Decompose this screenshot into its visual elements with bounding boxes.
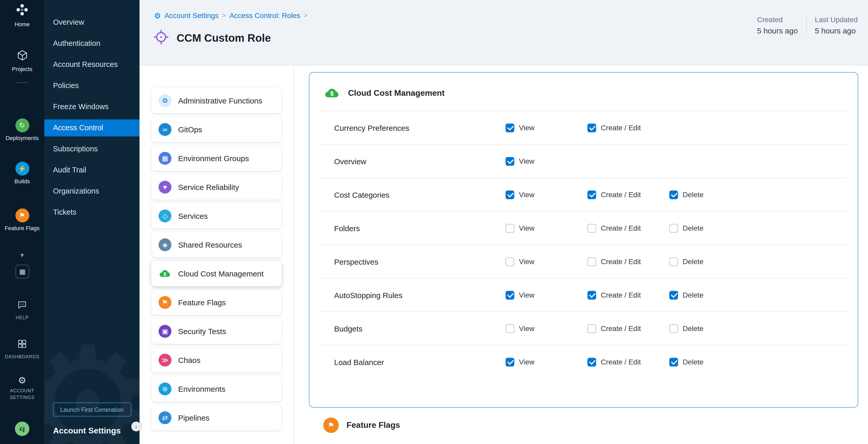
settings-nav-item-label: Tickets [53, 208, 76, 216]
unchecked-checkbox[interactable] [669, 224, 678, 232]
checked-checkbox[interactable] [505, 157, 514, 165]
resource-category-card[interactable]: ▦ Environment Groups [151, 146, 282, 171]
checked-checkbox[interactable] [587, 357, 596, 366]
resource-category-card[interactable]: ⊚ Environments [151, 376, 282, 402]
settings-nav-item[interactable]: Account Resources [44, 56, 140, 73]
settings-nav-item[interactable]: Access Control [44, 120, 140, 136]
permission-cell-delete[interactable]: Delete [669, 224, 750, 232]
permission-cell-create-edit[interactable]: Create / Edit [587, 257, 669, 266]
category-label: Feature Flags [178, 298, 226, 307]
permission-cell-delete[interactable]: Delete [669, 190, 750, 199]
sidebar-item-dashboards[interactable]: DASHBOARDS [0, 339, 44, 360]
feature-flags-section-title: Feature Flags [346, 420, 400, 430]
sidebar-item-account-settings[interactable]: ⚙ ACCOUNT SETTINGS [0, 376, 44, 401]
settings-nav-item-label: Audit Trail [53, 166, 86, 174]
category-label: Cloud Cost Management [178, 269, 264, 278]
sidebar-item-help[interactable]: HELP [0, 299, 44, 321]
permission-cell-delete[interactable]: Delete [669, 291, 750, 299]
permission-cell-view[interactable]: View [505, 257, 587, 266]
avatar[interactable]: cj [15, 422, 29, 436]
checked-checkbox[interactable] [505, 190, 514, 199]
permission-row: Budgets View Create / Edit [320, 312, 847, 345]
unchecked-checkbox[interactable] [669, 257, 678, 266]
checked-checkbox[interactable] [587, 291, 596, 299]
meta-info: Created 5 hours ago Last Updated 5 hours… [749, 15, 866, 35]
checked-checkbox[interactable] [587, 123, 596, 132]
permission-cell-view[interactable]: View [505, 357, 587, 366]
permission-cell-view[interactable]: View [505, 324, 587, 333]
resource-category-card[interactable]: ◈ Shared Resources [151, 232, 282, 257]
permission-cell-view[interactable]: View [505, 123, 587, 132]
category-label: Pipelines [178, 413, 210, 422]
checked-checkbox[interactable] [669, 291, 678, 299]
unchecked-checkbox[interactable] [587, 224, 596, 232]
sidebar-item-home[interactable]: Home [0, 3, 44, 27]
role-target-icon [153, 29, 169, 47]
permission-row: AutoStopping Rules View Create / Edit [320, 278, 847, 312]
permission-cell-delete[interactable]: Delete [669, 257, 750, 266]
last-updated-info: Last Updated 5 hours ago [806, 15, 866, 35]
breadcrumb-account-settings[interactable]: Account Settings [164, 11, 219, 20]
breadcrumb-access-control-roles[interactable]: Access Control: Roles [229, 11, 300, 20]
permission-cell-create-edit[interactable]: Create / Edit [587, 224, 669, 232]
checked-checkbox[interactable] [505, 123, 514, 132]
resource-category-card[interactable]: ∞ GitOps [151, 117, 282, 142]
permission-cell-create-edit[interactable]: Create / Edit [587, 123, 669, 132]
checked-checkbox[interactable] [669, 357, 678, 366]
unchecked-checkbox[interactable] [587, 257, 596, 266]
resource-name: Perspectives [334, 257, 505, 266]
dashboards-icon [17, 339, 27, 351]
permission-cell-create-edit[interactable]: Create / Edit [587, 324, 669, 333]
permission-cell-view[interactable]: View [505, 190, 587, 199]
permission-cell-create-edit[interactable]: Create / Edit [587, 291, 669, 299]
checked-checkbox[interactable] [505, 357, 514, 366]
permission-label: View [519, 124, 534, 132]
chevron-down-icon[interactable]: ▾ [0, 251, 44, 259]
resource-category-card[interactable]: $ Cloud Cost Management [151, 261, 282, 286]
checked-checkbox[interactable] [505, 291, 514, 299]
permission-cell-view[interactable]: View [505, 291, 587, 299]
checked-checkbox[interactable] [587, 190, 596, 199]
unchecked-checkbox[interactable] [587, 324, 596, 333]
settings-nav-item[interactable]: Authentication [44, 35, 140, 52]
permission-cell-delete[interactable]: Delete [669, 357, 750, 366]
resource-category-card[interactable]: ▣ Security Tests [151, 319, 282, 344]
collapse-sidebar-button[interactable]: ‹ [131, 422, 141, 432]
settings-nav-item[interactable]: Policies [44, 77, 140, 94]
permission-cell-delete[interactable]: Delete [669, 324, 750, 333]
resource-category-card[interactable]: ♥ Service Reliability [151, 175, 282, 200]
permission-cell-view[interactable]: View [505, 224, 587, 232]
permission-cell-view[interactable]: View [505, 157, 587, 165]
checked-checkbox[interactable] [669, 190, 678, 199]
help-chat-icon [17, 299, 27, 312]
permission-cell-create-edit[interactable]: Create / Edit [587, 190, 669, 199]
sidebar-item-projects[interactable]: Projects [0, 50, 44, 72]
launch-first-generation-button[interactable]: Launch First Generation [53, 403, 131, 416]
content-body: ⚙ Administrative Functions ∞ GitOps ▦ En… [140, 65, 868, 444]
unchecked-checkbox[interactable] [505, 257, 514, 266]
unchecked-checkbox[interactable] [505, 324, 514, 333]
resource-category-card[interactable]: ⇄ Pipelines [151, 405, 282, 431]
sidebar-item-feature-flags[interactable]: ⚑ Feature Flags [0, 209, 44, 231]
resource-category-card[interactable]: ◇ Services [151, 203, 282, 228]
settings-nav-item[interactable]: Overview [44, 14, 140, 31]
settings-nav-item[interactable]: Audit Trail [44, 162, 140, 179]
settings-nav-item[interactable]: Freeze Windows [44, 98, 140, 115]
unchecked-checkbox[interactable] [505, 224, 514, 232]
settings-nav-item[interactable]: Organizations [44, 183, 140, 200]
resource-category-card[interactable]: ⚙ Administrative Functions [151, 88, 282, 113]
account-settings-gear-icon[interactable]: ⚙ [154, 11, 161, 19]
permission-row: Cost Categories View Create / Edit [320, 178, 847, 211]
resource-category-card[interactable]: ⚑ Feature Flags [151, 290, 282, 315]
module-grid-button[interactable]: ▦ [16, 264, 29, 279]
permission-cell-create-edit[interactable]: Create / Edit [587, 357, 669, 366]
unchecked-checkbox[interactable] [669, 324, 678, 333]
settings-nav-item[interactable]: Tickets [44, 204, 140, 221]
sidebar-item-builds[interactable]: ⚡ Builds [0, 162, 44, 184]
nav-divider [17, 82, 28, 83]
sidebar-item-deployments[interactable]: ↻ Deployments [0, 118, 44, 141]
resource-category-card[interactable]: ≫ Chaos [151, 347, 282, 373]
permission-label: Create / Edit [601, 324, 641, 332]
settings-nav-item[interactable]: Subscriptions [44, 140, 140, 158]
page-header: ⚙ Account Settings > Access Control: Rol… [140, 0, 868, 65]
